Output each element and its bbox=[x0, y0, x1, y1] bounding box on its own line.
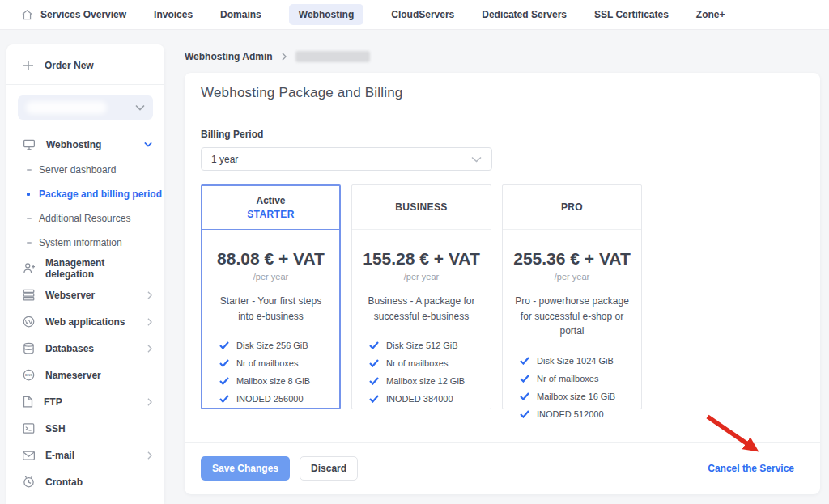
nav-label: Webhosting bbox=[299, 9, 354, 20]
sidebar-item-management-delegation[interactable]: Management delegation bbox=[6, 255, 164, 282]
check-icon bbox=[369, 377, 379, 385]
sidebar-subitem-label: System information bbox=[39, 237, 122, 248]
discard-button[interactable]: Discard bbox=[300, 456, 358, 481]
save-changes-button[interactable]: Save Changes bbox=[201, 456, 290, 481]
plan-feature: Nr of mailboxes bbox=[219, 358, 339, 368]
wordpress-icon bbox=[23, 316, 35, 328]
nav-zone-plus[interactable]: Zone+ bbox=[696, 4, 725, 25]
plan-cards: Active STARTER 88.08 € + VAT /per year S… bbox=[201, 184, 804, 409]
plan-description: Pro - powerhorse package for successful … bbox=[512, 294, 632, 339]
nav-cloudservers[interactable]: CloudServers bbox=[391, 4, 454, 25]
breadcrumb: Webhosting Admin bbox=[185, 50, 370, 63]
order-new-button[interactable]: Order New bbox=[6, 44, 164, 84]
plan-card-pro[interactable]: PRO 255.36 € + VAT /per year Pro - power… bbox=[502, 184, 642, 409]
nav-label: Services Overview bbox=[40, 9, 126, 20]
panel-footer: Save Changes Discard Cancel the Service bbox=[185, 442, 820, 494]
plan-period: /per year bbox=[352, 272, 491, 282]
svg-text:DNS: DNS bbox=[25, 373, 32, 377]
chevron-right-icon bbox=[147, 451, 152, 460]
sidebar-item-crontab[interactable]: Crontab bbox=[6, 468, 164, 495]
chevron-right-icon bbox=[147, 318, 152, 326]
plan-feature: Mailbox size 8 GiB bbox=[219, 376, 339, 386]
billing-period-value: 1 year bbox=[211, 154, 238, 165]
sidebar-item-package-and-billing[interactable]: Package and billing period bbox=[6, 182, 164, 206]
feature-label: Nr of mailboxes bbox=[386, 358, 448, 368]
sidebar-item-ssh[interactable]: SSH bbox=[6, 415, 164, 442]
plan-feature: Nr of mailboxes bbox=[520, 374, 641, 383]
sidebar-item-system-information[interactable]: System information bbox=[6, 231, 164, 255]
feature-label: Disk Size 512 GiB bbox=[386, 341, 458, 350]
sidebar-item-databases[interactable]: Databases bbox=[6, 335, 164, 362]
sidebar-item-web-applications[interactable]: Web applications bbox=[6, 308, 164, 335]
page-title: Webhosting Package and Billing bbox=[185, 73, 820, 112]
sidebar-subitem-label: Server dashboard bbox=[39, 164, 116, 176]
check-icon bbox=[369, 359, 379, 367]
breadcrumb-root[interactable]: Webhosting Admin bbox=[185, 51, 273, 62]
plan-period: /per year bbox=[202, 272, 339, 282]
file-icon bbox=[23, 396, 33, 408]
sidebar-item-label: FTP bbox=[44, 396, 62, 408]
plan-name: PRO bbox=[561, 201, 583, 213]
plan-name: BUSINESS bbox=[395, 201, 448, 213]
sidebar-item-ftp[interactable]: FTP bbox=[6, 388, 164, 415]
nav-webhosting[interactable]: Webhosting bbox=[289, 4, 363, 25]
bullet-icon bbox=[27, 218, 32, 219]
plan-feature: INODED 512000 bbox=[520, 409, 641, 419]
sidebar-item-webhosting[interactable]: Webhosting bbox=[6, 131, 164, 158]
billing-period-select[interactable]: 1 year bbox=[201, 147, 492, 171]
check-icon bbox=[520, 375, 529, 383]
plan-period: /per year bbox=[503, 272, 641, 282]
plan-feature: Mailbox size 16 GiB bbox=[520, 392, 641, 401]
bullet-icon bbox=[27, 242, 32, 244]
sidebar-item-nameserver[interactable]: DNS Nameserver bbox=[6, 362, 164, 388]
sidebar-subitem-label: Additional Resources bbox=[39, 213, 130, 224]
check-icon bbox=[219, 377, 229, 385]
bullet-icon bbox=[27, 193, 30, 196]
plan-feature: Mailbox size 12 GiB bbox=[369, 376, 491, 386]
sidebar-item-label: Webserver bbox=[45, 290, 95, 301]
plan-feature: Disk Size 512 GiB bbox=[369, 341, 491, 350]
sidebar-item-server-dashboard[interactable]: Server dashboard bbox=[6, 158, 164, 182]
sidebar-item-webserver[interactable]: Webserver bbox=[6, 282, 164, 308]
redacted-server-name bbox=[26, 101, 107, 114]
sidebar-item-label: Web applications bbox=[45, 316, 125, 328]
plus-icon bbox=[23, 60, 34, 71]
feature-label: Nr of mailboxes bbox=[236, 358, 298, 368]
server-select-dropdown[interactable] bbox=[18, 95, 153, 120]
nav-invoices[interactable]: Invoices bbox=[154, 4, 193, 25]
dns-icon: DNS bbox=[23, 369, 35, 381]
plan-feature: Nr of mailboxes bbox=[369, 358, 491, 368]
feature-label: INODED 512000 bbox=[537, 409, 604, 419]
check-icon bbox=[369, 341, 379, 349]
order-new-label: Order New bbox=[45, 60, 94, 71]
feature-label: Mailbox size 12 GiB bbox=[386, 376, 465, 386]
nav-ssl-certificates[interactable]: SSL Certificates bbox=[594, 4, 669, 25]
sidebar-item-label: Crontab bbox=[45, 476, 83, 488]
check-icon bbox=[219, 359, 229, 367]
chevron-right-icon bbox=[147, 398, 152, 406]
plan-card-business[interactable]: BUSINESS 155.28 € + VAT /per year Busine… bbox=[351, 184, 491, 409]
plan-name: STARTER bbox=[247, 209, 295, 220]
feature-label: Nr of mailboxes bbox=[537, 374, 598, 383]
nav-domains[interactable]: Domains bbox=[220, 4, 261, 25]
feature-label: INODED 256000 bbox=[236, 394, 304, 404]
cancel-service-link[interactable]: Cancel the Service bbox=[708, 463, 794, 474]
sidebar-item-email[interactable]: E-mail bbox=[6, 442, 164, 468]
sidebar-item-label: E-mail bbox=[45, 450, 74, 461]
sidebar-item-label: Databases bbox=[45, 343, 94, 354]
plan-description: Starter - Your first steps into e-busine… bbox=[211, 294, 330, 324]
terminal-icon bbox=[23, 422, 35, 434]
plan-card-starter[interactable]: Active STARTER 88.08 € + VAT /per year S… bbox=[201, 184, 341, 409]
sidebar-item-additional-resources[interactable]: Additional Resources bbox=[6, 206, 164, 231]
bullet-icon bbox=[27, 169, 32, 171]
sidebar: Order New Webhosting Server dashboard Pa… bbox=[6, 44, 164, 504]
plan-status: Active bbox=[256, 195, 285, 206]
check-icon bbox=[520, 392, 529, 400]
feature-label: Disk Size 256 GiB bbox=[236, 341, 308, 350]
plan-feature: INODED 256000 bbox=[219, 394, 339, 404]
chevron-right-icon bbox=[147, 291, 152, 299]
main-panel: Webhosting Package and Billing Billing P… bbox=[185, 73, 820, 494]
nav-services-overview[interactable]: Services Overview bbox=[21, 4, 126, 26]
chevron-right-icon bbox=[282, 53, 287, 61]
nav-dedicated-servers[interactable]: Dedicated Servers bbox=[482, 4, 567, 25]
